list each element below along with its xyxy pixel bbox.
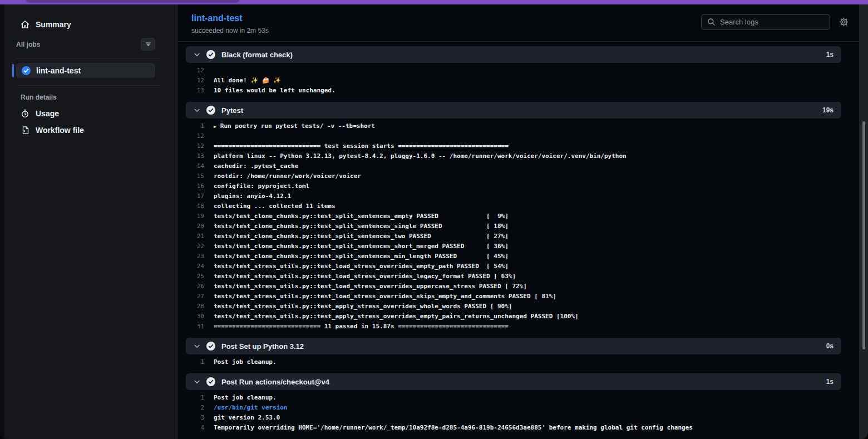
app-window: Summary All jobs	[0, 4, 868, 439]
line-number[interactable]: 28	[186, 303, 214, 310]
line-number[interactable]: 21	[186, 233, 214, 240]
sidebar-item-workflow-file[interactable]: Workflow file	[21, 126, 168, 135]
window-right-edge	[859, 4, 868, 439]
sidebar: Summary All jobs	[4, 4, 177, 439]
search-input[interactable]	[720, 18, 824, 26]
chevron-down-icon	[194, 51, 200, 58]
line-number[interactable]: 4	[186, 424, 214, 431]
line-number[interactable]: 26	[186, 283, 214, 290]
log-line: 13platform linux -- Python 3.12.13, pyte…	[186, 151, 841, 161]
log-settings-button[interactable]	[838, 16, 850, 28]
workflow-file-label: Workflow file	[36, 126, 84, 135]
line-number[interactable]: 3	[186, 414, 214, 421]
line-content: rootdir: /home/runner/work/voicer/voicer	[214, 172, 361, 180]
log-line: 21tests/test_clone_chunks.py::test_split…	[186, 231, 841, 241]
log-line: 27tests/test_stress_utils.py::test_load_…	[186, 291, 841, 301]
log-line: 19tests/test_clone_chunks.py::test_split…	[186, 211, 841, 221]
line-number[interactable]: 31	[186, 323, 214, 330]
section-lines: 1Post job cleanup.	[186, 354, 841, 373]
section-header[interactable]: Black (format check)1s	[186, 46, 841, 63]
line-number[interactable]: 12	[186, 142, 214, 150]
section-header[interactable]: Pytest19s	[186, 102, 841, 119]
log-line: 30tests/test_stress_utils.py::test_apply…	[186, 311, 841, 321]
line-content: tests/test_stress_utils.py::test_load_st…	[214, 263, 509, 270]
job-name-label: lint-and-test	[36, 66, 81, 75]
line-content: /usr/bin/git version	[214, 404, 287, 411]
line-content: platform linux -- Python 3.12.13, pytest…	[214, 152, 627, 160]
log-line: 16configfile: pyproject.toml	[186, 181, 841, 191]
line-number[interactable]: 12	[186, 67, 214, 74]
line-content: plugins: anyio-4.12.1	[214, 193, 291, 200]
line-number[interactable]: 18	[186, 203, 214, 210]
section-title: Post Run actions/checkout@v4	[221, 378, 329, 386]
log-line: 14cachedir: .pytest_cache	[186, 161, 841, 171]
line-number[interactable]: 17	[186, 193, 214, 200]
selected-job-accent	[12, 64, 14, 77]
section-header[interactable]: Post Run actions/checkout@v41s	[186, 373, 841, 390]
search-icon	[707, 18, 716, 26]
line-content: cachedir: .pytest_cache	[214, 162, 298, 170]
browser-tab-shadow	[26, 0, 239, 3]
sidebar-job-lint-and-test[interactable]: lint-and-test	[16, 63, 155, 78]
line-number[interactable]: 30	[186, 313, 214, 320]
chevron-down-icon	[194, 343, 200, 349]
line-number[interactable]: 24	[186, 263, 214, 270]
line-content: Temporarily overriding HOME='/home/runne…	[214, 424, 693, 431]
line-number[interactable]: 20	[186, 223, 214, 230]
line-content: ▶Run poetry run pytest tests/ -v --tb=sh…	[214, 122, 375, 130]
line-number[interactable]: 13	[186, 152, 214, 160]
scrollbar-thumb[interactable]	[862, 121, 865, 349]
log-line: 12	[186, 131, 841, 141]
section-header[interactable]: Post Set up Python 3.120s	[186, 338, 841, 354]
line-number[interactable]: 19	[186, 213, 214, 220]
line-content: 10 files would be left unchanged.	[214, 87, 336, 94]
line-number[interactable]: 25	[186, 273, 214, 280]
line-number[interactable]: 14	[186, 162, 214, 170]
log-line: 12All done! ✨ 🍰 ✨	[186, 75, 841, 85]
line-number[interactable]: 1	[186, 358, 214, 366]
line-content: tests/test_stress_utils.py::test_load_st…	[214, 293, 556, 300]
job-list-row: lint-and-test	[12, 63, 155, 78]
workflow-file-icon	[21, 126, 29, 135]
line-content: ============================= test sessi…	[214, 142, 509, 150]
line-number[interactable]: 1	[186, 122, 214, 130]
section-title: Pytest	[221, 106, 243, 115]
log-section: Pytest19s1▶Run poetry run pytest tests/ …	[186, 102, 841, 338]
sidebar-item-usage[interactable]: Usage	[21, 109, 168, 118]
log-line: 3git version 2.53.0	[186, 412, 841, 422]
line-number[interactable]: 13	[186, 87, 214, 94]
log-line: 23tests/test_clone_chunks.py::test_split…	[186, 251, 841, 261]
log-line: 26tests/test_stress_utils.py::test_load_…	[186, 281, 841, 291]
line-content: tests/test_stress_utils.py::test_load_st…	[214, 283, 527, 290]
log-line: 1310 files would be left unchanged.	[186, 85, 841, 95]
line-number[interactable]: 16	[186, 182, 214, 190]
line-number[interactable]: 15	[186, 172, 214, 180]
log-line: 1▶Run poetry run pytest tests/ -v --tb=s…	[186, 121, 841, 131]
line-number[interactable]: 12	[186, 132, 214, 140]
line-number[interactable]: 27	[186, 293, 214, 300]
log-sections: Black (format check)1s1212All done! ✨ 🍰 …	[177, 42, 859, 439]
line-content: Post job cleanup.	[214, 394, 277, 401]
line-number[interactable]: 1	[186, 394, 214, 401]
sidebar-item-summary[interactable]: Summary	[21, 20, 168, 29]
line-content: Post job cleanup.	[214, 358, 277, 366]
line-number[interactable]: 23	[186, 253, 214, 260]
line-content: tests/test_stress_utils.py::test_apply_s…	[214, 313, 579, 320]
section-duration: 1s	[826, 378, 834, 386]
gear-icon	[839, 17, 849, 27]
sidebar-divider	[16, 58, 160, 58]
filter-jobs-button[interactable]	[141, 38, 155, 51]
log-line: 12	[186, 65, 841, 75]
run-details-label: Run details	[21, 93, 168, 101]
log-line: 28tests/test_stress_utils.py::test_apply…	[186, 301, 841, 311]
main-panel: lint-and-test succeeded now in 2m 53s	[177, 4, 859, 439]
log-line: 4Temporarily overriding HOME='/home/runn…	[186, 422, 841, 432]
section-title: Post Set up Python 3.12	[221, 342, 304, 351]
search-logs-box[interactable]	[701, 14, 830, 30]
line-number[interactable]: 2	[186, 404, 214, 411]
line-number[interactable]: 12	[186, 77, 214, 84]
usage-label: Usage	[36, 109, 59, 118]
log-line: 1Post job cleanup.	[186, 357, 841, 367]
line-number[interactable]: 22	[186, 243, 214, 250]
job-title[interactable]: lint-and-test	[191, 13, 269, 23]
